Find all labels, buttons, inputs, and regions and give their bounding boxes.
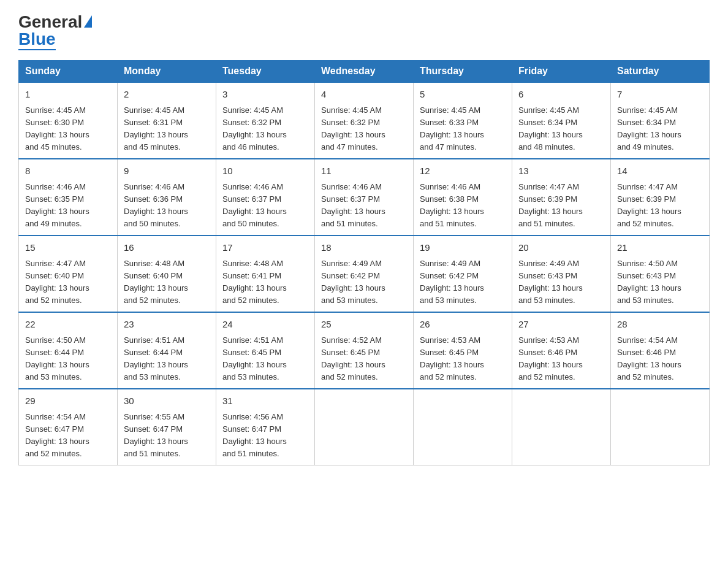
calendar-week-row: 1Sunrise: 4:45 AMSunset: 6:30 PMDaylight…: [19, 82, 710, 159]
calendar-day-cell: 20Sunrise: 4:49 AMSunset: 6:43 PMDayligh…: [512, 236, 611, 312]
day-info: Sunrise: 4:45 AMSunset: 6:32 PMDaylight:…: [222, 104, 308, 154]
calendar-day-cell: 25Sunrise: 4:52 AMSunset: 6:45 PMDayligh…: [315, 312, 414, 389]
day-info: Sunrise: 4:45 AMSunset: 6:30 PMDaylight:…: [25, 104, 111, 154]
day-number: 1: [25, 88, 111, 102]
day-info: Sunrise: 4:46 AMSunset: 6:37 PMDaylight:…: [222, 181, 308, 231]
day-info: Sunrise: 4:48 AMSunset: 6:41 PMDaylight:…: [222, 258, 308, 307]
weekday-header-tuesday: Tuesday: [216, 61, 315, 83]
calendar-day-cell: 29Sunrise: 4:54 AMSunset: 6:47 PMDayligh…: [19, 389, 118, 465]
calendar-day-cell: 11Sunrise: 4:46 AMSunset: 6:37 PMDayligh…: [315, 159, 414, 236]
day-info: Sunrise: 4:45 AMSunset: 6:31 PMDaylight:…: [124, 104, 210, 154]
weekday-header-thursday: Thursday: [414, 61, 512, 83]
calendar-day-cell: 7Sunrise: 4:45 AMSunset: 6:34 PMDaylight…: [611, 82, 710, 159]
calendar-day-cell: [315, 389, 414, 465]
day-info: Sunrise: 4:49 AMSunset: 6:43 PMDaylight:…: [518, 258, 604, 307]
day-number: 20: [518, 241, 604, 255]
day-number: 17: [222, 241, 308, 255]
calendar-day-cell: 18Sunrise: 4:49 AMSunset: 6:42 PMDayligh…: [315, 236, 414, 312]
calendar-day-cell: 27Sunrise: 4:53 AMSunset: 6:46 PMDayligh…: [512, 312, 611, 389]
calendar-day-cell: 26Sunrise: 4:53 AMSunset: 6:45 PMDayligh…: [414, 312, 512, 389]
calendar-day-cell: 4Sunrise: 4:45 AMSunset: 6:32 PMDaylight…: [315, 82, 414, 159]
day-info: Sunrise: 4:53 AMSunset: 6:46 PMDaylight:…: [518, 334, 604, 384]
calendar-day-cell: 12Sunrise: 4:46 AMSunset: 6:38 PMDayligh…: [414, 159, 512, 236]
calendar-week-row: 8Sunrise: 4:46 AMSunset: 6:35 PMDaylight…: [19, 159, 710, 236]
day-number: 2: [124, 88, 210, 102]
logo-triangle-icon: [84, 15, 92, 28]
day-number: 21: [617, 241, 703, 255]
day-info: Sunrise: 4:55 AMSunset: 6:47 PMDaylight:…: [124, 411, 210, 461]
day-number: 26: [420, 318, 506, 332]
weekday-header-row: SundayMondayTuesdayWednesdayThursdayFrid…: [19, 61, 710, 83]
calendar-day-cell: 17Sunrise: 4:48 AMSunset: 6:41 PMDayligh…: [216, 236, 315, 312]
calendar-day-cell: 28Sunrise: 4:54 AMSunset: 6:46 PMDayligh…: [611, 312, 710, 389]
day-info: Sunrise: 4:49 AMSunset: 6:42 PMDaylight:…: [321, 258, 407, 307]
day-info: Sunrise: 4:45 AMSunset: 6:34 PMDaylight:…: [617, 104, 703, 154]
day-info: Sunrise: 4:51 AMSunset: 6:44 PMDaylight:…: [124, 334, 210, 384]
day-number: 5: [420, 88, 506, 102]
day-number: 29: [25, 394, 111, 408]
calendar-day-cell: 31Sunrise: 4:56 AMSunset: 6:47 PMDayligh…: [216, 389, 315, 465]
day-number: 16: [124, 241, 210, 255]
weekday-header-friday: Friday: [512, 61, 611, 83]
calendar-day-cell: 3Sunrise: 4:45 AMSunset: 6:32 PMDaylight…: [216, 82, 315, 159]
calendar-day-cell: 24Sunrise: 4:51 AMSunset: 6:45 PMDayligh…: [216, 312, 315, 389]
calendar-day-cell: 23Sunrise: 4:51 AMSunset: 6:44 PMDayligh…: [118, 312, 216, 389]
day-number: 25: [321, 318, 407, 332]
day-info: Sunrise: 4:45 AMSunset: 6:33 PMDaylight:…: [420, 104, 506, 154]
calendar-day-cell: 19Sunrise: 4:49 AMSunset: 6:42 PMDayligh…: [414, 236, 512, 312]
calendar-week-row: 29Sunrise: 4:54 AMSunset: 6:47 PMDayligh…: [19, 389, 710, 465]
day-number: 14: [617, 164, 703, 178]
day-info: Sunrise: 4:50 AMSunset: 6:43 PMDaylight:…: [617, 258, 703, 307]
day-number: 13: [518, 164, 604, 178]
day-number: 8: [25, 164, 111, 178]
day-info: Sunrise: 4:56 AMSunset: 6:47 PMDaylight:…: [222, 411, 308, 461]
calendar-day-cell: 1Sunrise: 4:45 AMSunset: 6:30 PMDaylight…: [19, 82, 118, 159]
day-info: Sunrise: 4:52 AMSunset: 6:45 PMDaylight:…: [321, 334, 407, 384]
calendar-day-cell: 30Sunrise: 4:55 AMSunset: 6:47 PMDayligh…: [118, 389, 216, 465]
day-number: 18: [321, 241, 407, 255]
calendar-week-row: 15Sunrise: 4:47 AMSunset: 6:40 PMDayligh…: [19, 236, 710, 312]
day-number: 27: [518, 318, 604, 332]
day-number: 28: [617, 318, 703, 332]
page-header: General Blue: [18, 12, 710, 49]
calendar-day-cell: [611, 389, 710, 465]
weekday-header-sunday: Sunday: [19, 61, 118, 83]
day-number: 23: [124, 318, 210, 332]
calendar-day-cell: 8Sunrise: 4:46 AMSunset: 6:35 PMDaylight…: [19, 159, 118, 236]
day-number: 11: [321, 164, 407, 178]
day-number: 31: [222, 394, 308, 408]
calendar-day-cell: [512, 389, 611, 465]
day-info: Sunrise: 4:45 AMSunset: 6:32 PMDaylight:…: [321, 104, 407, 154]
day-info: Sunrise: 4:51 AMSunset: 6:45 PMDaylight:…: [222, 334, 308, 384]
day-number: 6: [518, 88, 604, 102]
calendar-day-cell: 5Sunrise: 4:45 AMSunset: 6:33 PMDaylight…: [414, 82, 512, 159]
day-info: Sunrise: 4:47 AMSunset: 6:39 PMDaylight:…: [617, 181, 703, 231]
day-number: 15: [25, 241, 111, 255]
day-info: Sunrise: 4:48 AMSunset: 6:40 PMDaylight:…: [124, 258, 210, 307]
day-number: 4: [321, 88, 407, 102]
calendar-day-cell: 9Sunrise: 4:46 AMSunset: 6:36 PMDaylight…: [118, 159, 216, 236]
day-info: Sunrise: 4:46 AMSunset: 6:35 PMDaylight:…: [25, 181, 111, 231]
day-number: 7: [617, 88, 703, 102]
weekday-header-wednesday: Wednesday: [315, 61, 414, 83]
logo-blue-row: Blue: [18, 29, 56, 49]
day-info: Sunrise: 4:53 AMSunset: 6:45 PMDaylight:…: [420, 334, 506, 384]
day-number: 12: [420, 164, 506, 178]
calendar-day-cell: 16Sunrise: 4:48 AMSunset: 6:40 PMDayligh…: [118, 236, 216, 312]
calendar-day-cell: 10Sunrise: 4:46 AMSunset: 6:37 PMDayligh…: [216, 159, 315, 236]
day-info: Sunrise: 4:54 AMSunset: 6:47 PMDaylight:…: [25, 411, 111, 461]
calendar-day-cell: 14Sunrise: 4:47 AMSunset: 6:39 PMDayligh…: [611, 159, 710, 236]
calendar-day-cell: 21Sunrise: 4:50 AMSunset: 6:43 PMDayligh…: [611, 236, 710, 312]
day-number: 10: [222, 164, 308, 178]
weekday-header-saturday: Saturday: [611, 61, 710, 83]
calendar-day-cell: 2Sunrise: 4:45 AMSunset: 6:31 PMDaylight…: [118, 82, 216, 159]
day-info: Sunrise: 4:46 AMSunset: 6:38 PMDaylight:…: [420, 181, 506, 231]
day-info: Sunrise: 4:50 AMSunset: 6:44 PMDaylight:…: [25, 334, 111, 384]
day-info: Sunrise: 4:46 AMSunset: 6:37 PMDaylight:…: [321, 181, 407, 231]
day-number: 3: [222, 88, 308, 102]
calendar-week-row: 22Sunrise: 4:50 AMSunset: 6:44 PMDayligh…: [19, 312, 710, 389]
calendar-day-cell: 6Sunrise: 4:45 AMSunset: 6:34 PMDaylight…: [512, 82, 611, 159]
calendar-day-cell: 13Sunrise: 4:47 AMSunset: 6:39 PMDayligh…: [512, 159, 611, 236]
calendar-table: SundayMondayTuesdayWednesdayThursdayFrid…: [18, 60, 710, 465]
day-number: 30: [124, 394, 210, 408]
